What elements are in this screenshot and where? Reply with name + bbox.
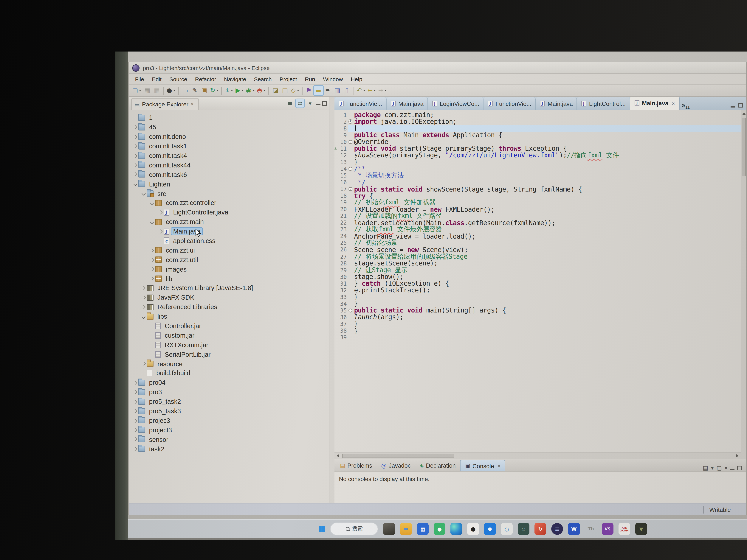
dropdown-arrow-icon[interactable] [363, 89, 365, 91]
dropdown-arrow-icon[interactable] [173, 89, 175, 91]
tree-item-com.zzt.ui[interactable]: com.zzt.ui [129, 245, 329, 255]
tree-item-Controller.jar[interactable]: Controller.jar [129, 321, 329, 331]
chevron-right-icon[interactable] [132, 381, 138, 384]
code-line-22[interactable]: 22loader.setLocation(Main.class.getResou… [334, 219, 741, 226]
tree-item-images[interactable]: images [129, 265, 329, 274]
chevron-right-icon[interactable] [140, 363, 147, 365]
minimize-console-icon[interactable] [730, 468, 735, 470]
chevron-down-icon[interactable] [149, 202, 155, 204]
tree-item-45[interactable]: 45 [129, 123, 329, 132]
chevron-right-icon[interactable] [140, 306, 147, 309]
shield-app-icon[interactable]: ▼ [635, 523, 647, 535]
wps-w4-icon[interactable]: W [568, 523, 580, 535]
tree-item-sensor[interactable]: sensor [129, 435, 329, 444]
scroll-right-icon[interactable] [734, 454, 741, 457]
forward-icon[interactable]: → [377, 86, 388, 95]
chevron-right-icon[interactable] [132, 135, 138, 138]
chevron-right-icon[interactable] [132, 400, 138, 403]
dropdown-arrow-icon[interactable] [374, 89, 376, 91]
tree-item-lib[interactable]: lib [129, 274, 329, 283]
console-tab-javadoc[interactable]: @Javadoc [377, 460, 415, 471]
menu-refactor[interactable]: Refactor [191, 75, 220, 83]
menu-file[interactable]: File [131, 75, 148, 83]
mark-occurrences-icon[interactable]: ✎ [190, 86, 200, 95]
tree-item-Referenced-Libraries[interactable]: Referenced Libraries [129, 302, 329, 312]
dropdown-arrow-icon[interactable] [241, 89, 244, 91]
eclipse-taskbar-icon[interactable]: ≡ [551, 523, 563, 535]
start-button-icon[interactable] [319, 526, 325, 532]
fold-collapsed-icon[interactable]: + [348, 119, 353, 124]
tree-item-Main.java[interactable]: Main.java [129, 226, 329, 236]
tree-item-JavaFX-SDK[interactable]: JavaFX SDK [129, 293, 329, 302]
fold-expanded-icon[interactable]: - [348, 140, 353, 144]
chevron-right-icon[interactable] [132, 419, 138, 422]
menu-navigate[interactable]: Navigate [220, 75, 250, 83]
chevron-down-icon[interactable] [140, 192, 147, 195]
open-console-menu-icon[interactable]: ▾ [725, 465, 727, 471]
tree-item-Lighten[interactable]: Lighten [129, 179, 329, 189]
edge-icon[interactable] [450, 523, 462, 535]
scroll-up-icon[interactable] [741, 110, 746, 116]
chevron-down-icon[interactable] [149, 221, 155, 223]
tree-item-com.zzt.controller[interactable]: com.zzt.controller [129, 198, 329, 208]
code-line-38[interactable]: 38} [334, 327, 741, 334]
dropdown-arrow-icon[interactable] [216, 89, 219, 91]
view-menu-icon[interactable]: ▾ [306, 99, 314, 108]
tree-item-task2[interactable]: task2 [129, 444, 329, 454]
tree-item-com.nlt.task1[interactable]: com.nlt.task1 [129, 141, 329, 151]
coverage-icon[interactable]: ▥ [333, 86, 342, 95]
minimize-view-icon[interactable] [316, 104, 320, 105]
package-explorer-tab[interactable]: ▤ Package Explorer × [131, 98, 199, 110]
chevron-right-icon[interactable] [149, 277, 155, 280]
code-line-32[interactable]: 32e.printStackTrace(); [334, 287, 741, 294]
new-window-icon[interactable]: ▯ [342, 86, 352, 95]
save-icon[interactable]: ▦ [143, 86, 152, 95]
code-line-12[interactable]: 12showScene(primaryStage, "/com/zzt/ui/L… [334, 152, 741, 159]
chevron-right-icon[interactable] [157, 230, 163, 233]
code-line-10[interactable]: 10-@Override [334, 138, 741, 145]
chevron-right-icon[interactable] [149, 249, 155, 251]
chevron-right-icon[interactable] [132, 154, 138, 157]
chevron-right-icon[interactable] [132, 438, 138, 441]
tree-item-src[interactable]: src [129, 189, 329, 198]
chevron-right-icon[interactable] [140, 287, 147, 290]
console-tab-console[interactable]: ▣Console× [460, 460, 506, 471]
menu-search[interactable]: Search [250, 75, 276, 83]
tree-item-com.nlt.task44[interactable]: com.nlt.task44 [129, 160, 329, 170]
tree-item-JRE-System-Library-JavaSE-1.8-[interactable]: JRE System Library [JavaSE-1.8] [129, 283, 329, 293]
editor-tab-Main.java[interactable]: Main.java [387, 98, 428, 110]
editor-tab-FunctionVie...[interactable]: FunctionVie... [334, 98, 387, 110]
horizontal-scrollbar[interactable] [334, 452, 741, 459]
run-history-icon[interactable]: ● [165, 86, 177, 95]
code-line-24[interactable]: 24AnchorPane view = loader.load(); [334, 233, 741, 240]
search-box[interactable]: 搜索 [330, 523, 378, 535]
globe-app-icon[interactable]: ○ [518, 523, 530, 535]
code-line-1[interactable]: 1package com.zzt.main; [334, 111, 741, 118]
code-line-16[interactable]: 16 */ [334, 179, 741, 186]
chevron-right-icon[interactable] [132, 410, 138, 412]
editor-tab-Main.java[interactable]: Main.java [536, 98, 577, 110]
run-icon[interactable]: ▶ [234, 86, 244, 95]
tree-item-1[interactable]: 1 [129, 113, 329, 123]
editor-tab-Main.java[interactable]: Main.java× [630, 97, 679, 110]
chevron-right-icon[interactable] [149, 268, 155, 270]
menu-run[interactable]: Run [301, 75, 319, 83]
dark-app-icon[interactable] [383, 523, 395, 535]
code-line-30[interactable]: 30stage.show(); [334, 273, 741, 280]
menu-source[interactable]: Source [165, 75, 191, 83]
chevron-right-icon[interactable] [132, 391, 138, 394]
sash-divider[interactable] [329, 97, 334, 503]
console-tab-problems[interactable]: ▤Problems [336, 460, 377, 471]
code-line-25[interactable]: 25// 初始化场景 [334, 240, 741, 246]
tree-item-com.zzt.util[interactable]: com.zzt.util [129, 255, 329, 265]
wechat-icon[interactable]: ● [434, 523, 445, 535]
tree-item-resource[interactable]: resource [129, 359, 329, 369]
display-console-icon[interactable]: ▤ [703, 465, 708, 471]
maximize-editor-icon[interactable] [739, 103, 743, 108]
external-tools-icon[interactable]: ◇ [290, 86, 300, 95]
code-line-23[interactable]: 23// 获取fxml 文件最外层容器 [334, 226, 741, 233]
close-tab-icon[interactable]: × [672, 100, 675, 106]
code-line-33[interactable]: 33} [334, 294, 741, 300]
code-line-39[interactable]: 39 [334, 334, 741, 341]
tree-item-SerialPortLib.jar[interactable]: SerialPortLib.jar [129, 350, 329, 359]
